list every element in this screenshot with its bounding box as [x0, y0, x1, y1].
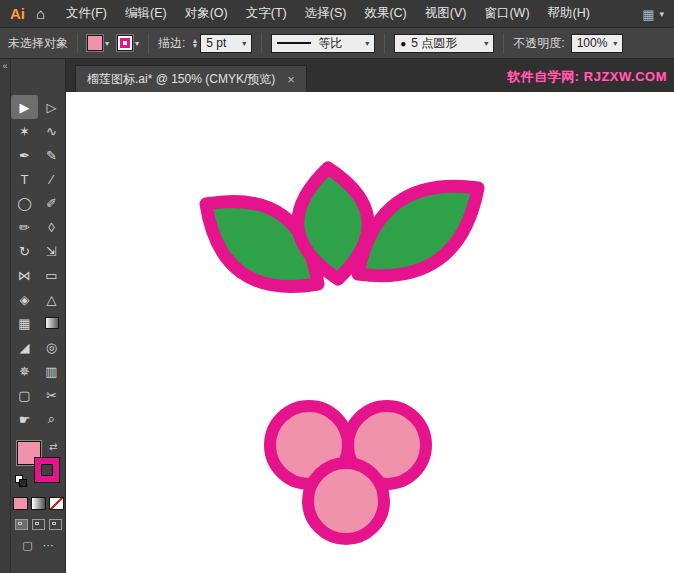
divider [261, 33, 262, 53]
brush-definition-dropdown[interactable]: ● 5 点圆形 ▾ [394, 34, 494, 53]
opacity-label: 不透明度: [513, 35, 564, 52]
direct-selection-tool[interactable]: ▷ [38, 95, 65, 119]
type-tool[interactable]: T [11, 167, 38, 191]
menu-file[interactable]: 文件(F) [57, 5, 116, 22]
chevron-down-icon[interactable]: ▾ [236, 39, 246, 48]
gradient-button[interactable] [31, 497, 46, 510]
canvas[interactable] [66, 92, 674, 573]
symbol-sprayer-tool[interactable]: ✵ [11, 359, 38, 383]
stroke-color-swatch[interactable] [117, 35, 133, 51]
close-icon[interactable]: × [287, 72, 295, 87]
artboard-icon: ▢ [18, 388, 30, 403]
default-fill-stroke-icon[interactable] [15, 475, 27, 487]
stroke-weight-field[interactable]: 5 pt ▾ [200, 34, 252, 53]
free-transform-icon: ▭ [45, 268, 57, 283]
pen-tool[interactable]: ✒ [11, 143, 38, 167]
ellipse-tool[interactable]: ◯ [11, 191, 38, 215]
menu-bar: Ai ⌂ 文件(F) 编辑(E) 对象(O) 文字(T) 选择(S) 效果(C)… [0, 0, 674, 28]
more-options-icon[interactable]: ⋯ [43, 539, 54, 552]
eyedropper-tool[interactable]: ◢ [11, 335, 38, 359]
swap-fill-stroke-icon[interactable]: ⇄ [49, 441, 57, 452]
artwork-svg [66, 92, 674, 573]
mesh-tool[interactable]: ▦ [11, 311, 38, 335]
menu-window[interactable]: 窗口(W) [475, 5, 538, 22]
scale-icon: ⇲ [46, 244, 57, 259]
symbol-sprayer-icon: ✵ [19, 364, 30, 379]
curvature-tool[interactable]: ✎ [38, 143, 65, 167]
fill-stroke-cluster: ⇄ [11, 439, 65, 491]
berry-bottom-shape[interactable] [308, 463, 384, 539]
stroke-weight-stepper[interactable]: ▲▼ [191, 38, 198, 48]
magic-wand-tool[interactable]: ✶ [11, 119, 38, 143]
menu-object[interactable]: 对象(O) [176, 5, 237, 22]
line-segment-tool[interactable]: ∕ [38, 167, 65, 191]
zoom-tool[interactable]: ⌕ [38, 407, 65, 431]
perspective-grid-tool[interactable]: △ [38, 287, 65, 311]
collapse-panel-button[interactable]: « [2, 61, 7, 71]
opacity-field[interactable]: 100% ▾ [571, 34, 623, 53]
menu-type[interactable]: 文字(T) [237, 5, 296, 22]
menu-edit[interactable]: 编辑(E) [116, 5, 176, 22]
document-tab-bar: 榴莲图标.ai* @ 150% (CMYK/预览) × 软件自学网: RJZXW… [66, 59, 674, 92]
chevron-down-icon[interactable]: ▾ [478, 39, 488, 48]
paint-style-row [11, 497, 65, 510]
draw-inside-button[interactable] [49, 519, 62, 530]
change-screen-mode-button[interactable]: ▢ [22, 539, 32, 552]
width-tool[interactable]: ⋈ [11, 263, 38, 287]
menu-help[interactable]: 帮助(H) [539, 5, 599, 22]
blend-tool[interactable]: ◎ [38, 335, 65, 359]
slice-icon: ✂ [46, 388, 57, 403]
lasso-icon: ∿ [46, 124, 57, 139]
chevron-down-icon: ▾ [659, 9, 664, 19]
workspace-switcher[interactable]: ▦ ▾ [642, 0, 664, 28]
color-button[interactable] [13, 497, 28, 510]
document-tab-title: 榴莲图标.ai* @ 150% (CMYK/预览) [87, 71, 275, 88]
chevron-down-icon[interactable]: ▾ [607, 39, 617, 48]
perspective-grid-icon: △ [47, 292, 57, 307]
menu-select[interactable]: 选择(S) [296, 5, 356, 22]
watermark-text: 软件自学网: RJZXW.COM [507, 68, 667, 86]
eraser-tool[interactable]: ◊ [38, 215, 65, 239]
shape-builder-tool[interactable]: ◈ [11, 287, 38, 311]
gradient-icon [45, 317, 59, 329]
ellipse-icon: ◯ [17, 196, 32, 211]
fill-color-dropdown[interactable]: ▾ [87, 35, 109, 51]
artboard-tool[interactable]: ▢ [11, 383, 38, 407]
hand-icon: ☛ [19, 412, 31, 427]
tools-panel: ▶ ▷ ✶ ∿ ✒ ✎ T ∕ ◯ ✐ ✏ ◊ ↻ ⇲ ⋈ ▭ ◈ △ ▦ ◢ … [11, 59, 66, 573]
chevron-down-icon[interactable]: ▾ [135, 39, 139, 48]
illustrator-logo-icon: Ai [0, 5, 34, 22]
stroke-swatch[interactable] [35, 458, 59, 482]
free-transform-tool[interactable]: ▭ [38, 263, 65, 287]
menu-view[interactable]: 视图(V) [416, 5, 476, 22]
pencil-tool[interactable]: ✏ [11, 215, 38, 239]
paintbrush-tool[interactable]: ✐ [38, 191, 65, 215]
draw-behind-button[interactable] [32, 519, 45, 530]
home-icon[interactable]: ⌂ [34, 5, 57, 22]
chevron-down-icon[interactable]: ▾ [359, 39, 369, 48]
blend-icon: ◎ [46, 340, 57, 355]
menu-effect[interactable]: 效果(C) [355, 5, 415, 22]
stroke-color-dropdown[interactable]: ▾ [117, 35, 139, 51]
gradient-tool[interactable] [38, 311, 65, 335]
document-tab[interactable]: 榴莲图标.ai* @ 150% (CMYK/预览) × [75, 65, 307, 92]
draw-mode-row [11, 519, 65, 530]
none-button[interactable] [49, 497, 64, 510]
lasso-tool[interactable]: ∿ [38, 119, 65, 143]
fill-color-swatch[interactable] [87, 35, 103, 51]
selection-tool[interactable]: ▶ [11, 95, 38, 119]
leaf-right-shape[interactable] [358, 186, 478, 275]
divider [77, 33, 78, 53]
control-bar: 未选择对象 ▾ ▾ 描边: ▲▼ 5 pt ▾ 等比 ▾ ● 5 点圆形 ▾ 不… [0, 28, 674, 59]
hand-tool[interactable]: ☛ [11, 407, 38, 431]
eraser-icon: ◊ [48, 220, 54, 235]
workspace-grid-icon: ▦ [642, 7, 654, 22]
width-profile-dropdown[interactable]: 等比 ▾ [271, 34, 375, 53]
slice-tool[interactable]: ✂ [38, 383, 65, 407]
rotate-tool[interactable]: ↻ [11, 239, 38, 263]
rotate-icon: ↻ [19, 244, 30, 259]
scale-tool[interactable]: ⇲ [38, 239, 65, 263]
chevron-down-icon[interactable]: ▾ [105, 39, 109, 48]
draw-normal-button[interactable] [15, 519, 28, 530]
column-graph-tool[interactable]: ▥ [38, 359, 65, 383]
